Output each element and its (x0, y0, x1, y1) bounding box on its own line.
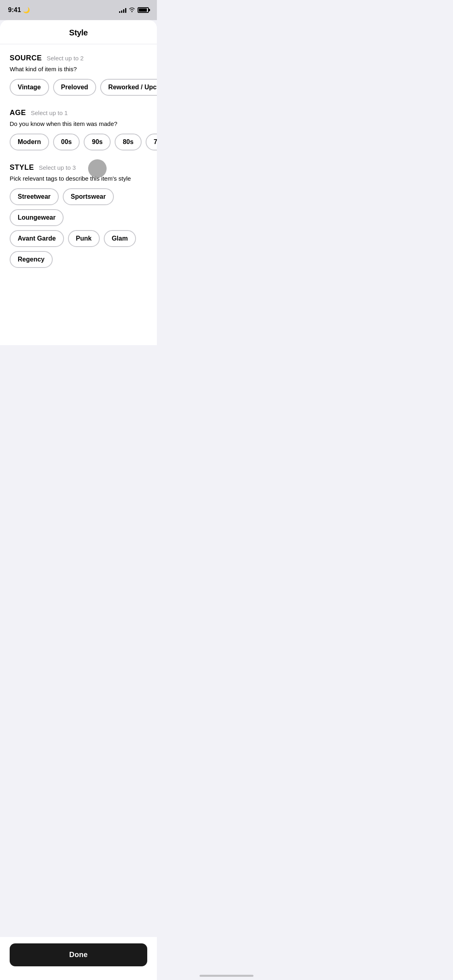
chip-glam[interactable]: Glam (104, 230, 136, 247)
chip-vintage[interactable]: Vintage (10, 79, 49, 96)
chip-avant-garde[interactable]: Avant Garde (10, 230, 64, 247)
source-chips: Vintage Preloved Reworked / Upcycled (10, 79, 147, 96)
chip-loungewear[interactable]: Loungewear (10, 209, 64, 226)
chip-streetwear[interactable]: Streetwear (10, 188, 59, 205)
chip-preloved[interactable]: Preloved (53, 79, 97, 96)
style-subtitle: Select up to 3 (39, 164, 76, 171)
age-chips: Modern 00s 90s 80s 70s 60s (10, 134, 147, 150)
style-sheet: Style SOURCE Select up to 2 What kind of… (0, 20, 157, 345)
style-chips-row2: Avant Garde Punk Glam Regency (10, 230, 147, 268)
chip-70s[interactable]: 70s (146, 134, 157, 150)
age-title: AGE (10, 109, 26, 117)
finger-cursor (88, 159, 107, 178)
moon-icon: 🌙 (23, 7, 30, 13)
sheet-title: Style (10, 28, 147, 37)
chip-regency[interactable]: Regency (10, 251, 53, 268)
age-section-header: AGE Select up to 1 (10, 109, 147, 117)
age-section: AGE Select up to 1 Do you know when this… (10, 109, 147, 150)
source-description: What kind of item is this? (10, 66, 147, 72)
source-section-header: SOURCE Select up to 2 (10, 54, 147, 62)
chip-00s[interactable]: 00s (53, 134, 80, 150)
source-title: SOURCE (10, 54, 42, 62)
age-description: Do you know when this item was made? (10, 120, 147, 127)
chip-sportswear[interactable]: Sportswear (63, 188, 114, 205)
age-subtitle: Select up to 1 (31, 109, 68, 116)
chip-punk[interactable]: Punk (68, 230, 100, 247)
signal-icon (119, 7, 126, 13)
time-display: 9:41 (8, 6, 21, 14)
source-subtitle: Select up to 2 (47, 55, 84, 62)
battery-icon (138, 7, 149, 13)
chip-80s[interactable]: 80s (115, 134, 142, 150)
chip-90s[interactable]: 90s (84, 134, 111, 150)
chip-modern[interactable]: Modern (10, 134, 49, 150)
style-section-header: STYLE Select up to 3 (10, 163, 147, 172)
status-icons (119, 7, 149, 13)
status-time: 9:41 🌙 (8, 6, 30, 14)
sheet-header: Style (0, 20, 157, 44)
chip-reworked[interactable]: Reworked / Upcycled (100, 79, 157, 96)
style-chips-row1: Streetwear Sportswear Loungewear (10, 188, 147, 226)
sheet-content: SOURCE Select up to 2 What kind of item … (0, 44, 157, 329)
status-bar: 9:41 🌙 (0, 0, 157, 20)
style-section: STYLE Select up to 3 Pick relevant tags … (10, 163, 147, 268)
source-section: SOURCE Select up to 2 What kind of item … (10, 54, 147, 96)
style-title: STYLE (10, 163, 34, 172)
wifi-icon (129, 7, 135, 13)
style-description: Pick relevant tags to describe this item… (10, 175, 147, 182)
